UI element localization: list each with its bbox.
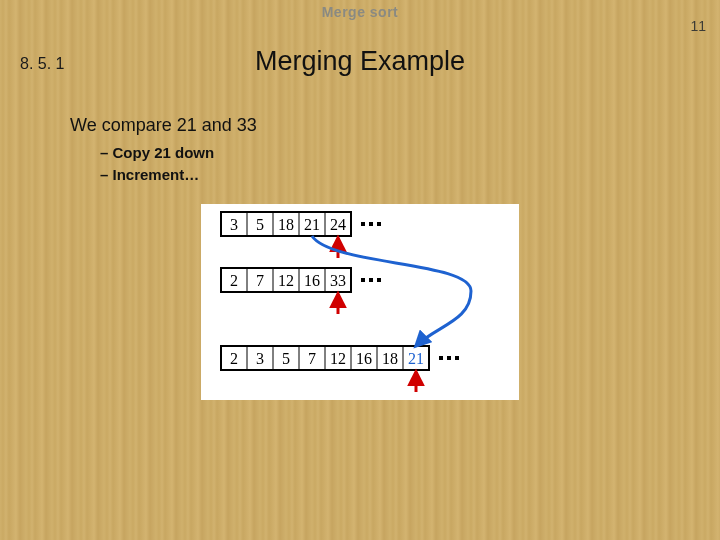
bullet-item: Increment… [100,164,214,186]
array-cell: 7 [308,350,316,367]
svg-rect-6 [369,222,373,226]
array-cell: 16 [356,350,372,367]
array-cell: 33 [330,272,346,289]
array-cell: 3 [230,216,238,233]
body-line: We compare 21 and 33 [70,115,257,136]
svg-rect-25 [447,356,451,360]
array-cell: 5 [282,350,290,367]
array-cell: 12 [278,272,294,289]
array-cell: 5 [256,216,264,233]
array-cell: 21 [408,350,424,367]
page-number: 11 [690,18,706,34]
bullet-item: Copy 21 down [100,142,214,164]
array-cell: 7 [256,272,264,289]
slide-header: Merge sort [0,4,720,20]
array-cell: 3 [256,350,264,367]
page-title: Merging Example [0,46,720,77]
svg-rect-14 [369,278,373,282]
array-cell: 12 [330,350,346,367]
array-cell: 18 [382,350,398,367]
bullet-list: Copy 21 down Increment… [100,142,214,186]
svg-rect-7 [377,222,381,226]
svg-rect-15 [377,278,381,282]
svg-rect-24 [439,356,443,360]
array-cell: 2 [230,350,238,367]
merge-diagram: 3518212427121633235712161821 [201,204,519,400]
array-cell: 18 [278,216,294,233]
array-cell: 2 [230,272,238,289]
array-cell: 16 [304,272,320,289]
array-cell: 21 [304,216,320,233]
slide: Merge sort 11 8. 5. 1 Merging Example We… [0,0,720,540]
svg-rect-5 [361,222,365,226]
array-cell: 24 [330,216,346,233]
svg-rect-13 [361,278,365,282]
svg-rect-26 [455,356,459,360]
